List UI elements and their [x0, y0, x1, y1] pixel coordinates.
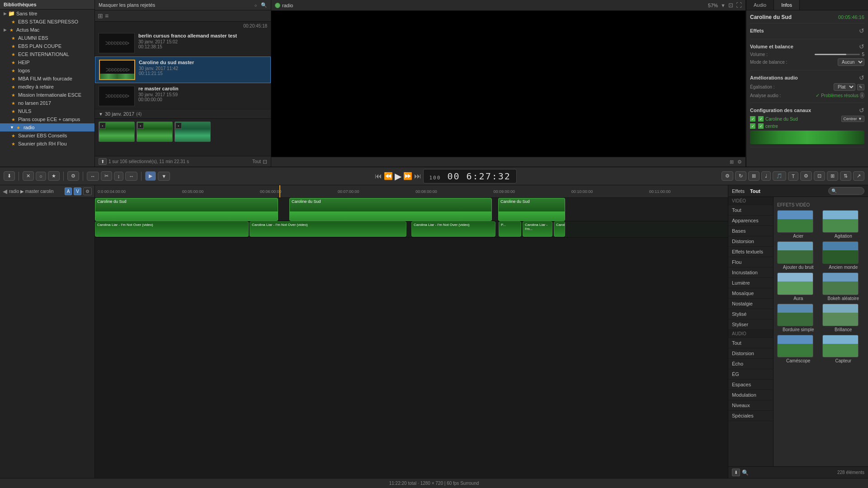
preview-grid-btn[interactable]: ⊞ — [730, 159, 734, 165]
audio-cat-eg[interactable]: ÉG — [728, 369, 773, 380]
tools-right-btn10[interactable]: ⇅ — [840, 171, 851, 181]
library-item-mba[interactable]: ★ MBA FILM with fourcade — [0, 75, 94, 83]
timeline-video-btn[interactable]: V — [74, 188, 81, 195]
library-item-nuls[interactable]: ★ NULS — [0, 107, 94, 115]
rating-reject-btn[interactable]: ✕ — [23, 171, 34, 181]
tools-right-btn7[interactable]: ⚙ — [800, 171, 812, 181]
effects-tab-tout[interactable]: Tout — [748, 188, 762, 195]
audio-clip-1[interactable]: Carolina Liar - I'm Not Over (video) — [95, 221, 249, 237]
effect-bokeh[interactable]: Bokeh aléatoire — [822, 272, 865, 301]
fullscreen-btn[interactable]: ⛶ — [736, 2, 742, 9]
channel-1-assign[interactable]: Centrer ▼ — [841, 116, 864, 122]
preview-settings-btn[interactable]: ⚙ — [737, 159, 742, 165]
effect-acier[interactable]: Acier — [777, 210, 820, 239]
library-item-heip[interactable]: ★ HEIP — [0, 58, 94, 66]
timeline-settings-btn[interactable]: ⚙ — [83, 188, 92, 195]
tools-right-btn5[interactable]: 🎵 — [773, 171, 786, 181]
audio-cat-speciales[interactable]: Spéciales — [728, 411, 773, 421]
tool-dropdown-btn[interactable]: ▼ — [158, 172, 170, 181]
library-item-logos[interactable]: ★ logos — [0, 66, 94, 75]
zoom-dropdown-btn[interactable]: ▼ — [721, 3, 726, 8]
library-item-medley[interactable]: ★ medley à refaire — [0, 83, 94, 91]
position-btn[interactable]: ↕ — [114, 172, 124, 181]
rating-none-btn[interactable]: ○ — [36, 172, 46, 181]
audio-clip-2[interactable]: Carolina Liar - I'm Not Over (video) — [250, 221, 406, 237]
video-cat-lumiere[interactable]: Lumière — [728, 278, 773, 288]
tools-right-btn2[interactable]: ↻ — [735, 171, 746, 181]
effects-search-footer-btn[interactable]: 🔍 — [742, 469, 749, 476]
playback-end-btn[interactable]: ⏭ — [414, 172, 421, 180]
playback-prev-btn[interactable]: ⏪ — [384, 172, 393, 180]
video-cat-apparences[interactable]: Apparences — [728, 216, 773, 226]
video-cat-flou[interactable]: Flou — [728, 257, 773, 267]
filmstrip-thumb-1[interactable]: ▪ — [99, 122, 135, 142]
view-toggle-btn[interactable]: ⊡ — [263, 159, 267, 165]
egalisation-dropdown[interactable]: Plat — [834, 83, 855, 91]
effect-ancien-monde[interactable]: Ancien monde — [822, 241, 865, 270]
library-item-sans-titre[interactable]: ▶ 📁 Sans titre — [0, 9, 94, 18]
canaux-reset-btn[interactable]: ↺ — [859, 107, 864, 114]
playback-play-btn[interactable]: ▶ — [395, 171, 401, 182]
tools-right-btn9[interactable]: ⊞ — [827, 171, 838, 181]
analyse-info-btn[interactable]: i — [860, 92, 864, 99]
library-item-actus-mac[interactable]: ▶ ★ Actus Mac — [0, 26, 94, 34]
video-cat-nostalgie[interactable]: Nostalgie — [728, 299, 773, 309]
library-item-radio[interactable]: ▼ ★ radio — [0, 123, 94, 131]
audio-cat-niveaux[interactable]: Niveaux — [728, 400, 773, 411]
channel-1-checkbox[interactable]: ✓ — [750, 116, 755, 122]
tab-infos[interactable]: Infos — [774, 0, 800, 10]
library-item-no-larsen[interactable]: ★ no larsen 2017 — [0, 99, 94, 107]
audio-clip-4[interactable]: P... — [499, 221, 521, 237]
effect-brillance[interactable]: Brillance — [822, 304, 865, 332]
video-cat-mosaique[interactable]: Mosaïque — [728, 288, 773, 299]
audio-cat-espaces[interactable]: Espaces — [728, 380, 773, 390]
ameliorations-reset-btn[interactable]: ↺ — [859, 74, 864, 81]
effects-install-btn[interactable]: ⬇ — [732, 469, 740, 476]
tab-audio[interactable]: Audio — [746, 0, 774, 10]
search-icon[interactable]: 🔍 — [261, 2, 267, 8]
channel-2-checkbox[interactable]: ✓ — [750, 123, 755, 129]
date-group-arrow[interactable]: ▼ — [99, 112, 103, 117]
filter-dropdown-icon[interactable]: ⬦ — [254, 2, 257, 8]
video-cat-textuels[interactable]: Effets textuels — [728, 247, 773, 257]
video-cat-incrustation[interactable]: Incrustation — [728, 267, 773, 278]
audio-clip-5[interactable]: Carolina Liar - I'm... — [523, 221, 552, 237]
volume-reset-btn[interactable]: ↺ — [859, 43, 864, 50]
audio-cat-modulation[interactable]: Modulation — [728, 390, 773, 400]
share-btn[interactable]: ↗ — [853, 171, 864, 181]
audio-cat-echo[interactable]: Écho — [728, 359, 773, 369]
clip-settings-btn[interactable]: ⚙ — [67, 171, 79, 181]
library-item-plans-coupe[interactable]: ★ Plans coupe ECE + campus — [0, 115, 94, 123]
effect-capteur[interactable]: Capteur — [822, 335, 865, 363]
egalisation-edit-btn[interactable]: ✎ — [857, 84, 864, 90]
library-item-ebs-plan[interactable]: ★ EBS PLAN COUPE — [0, 42, 94, 50]
tools-right-btn4[interactable]: ♩ — [761, 171, 771, 181]
transform-btn[interactable]: ↔ — [87, 172, 99, 181]
zoom-fit-btn[interactable]: ⊡ — [728, 2, 733, 9]
library-item-ece[interactable]: ★ ECE INTERNATIONAL — [0, 50, 94, 58]
volume-slider[interactable]: 5 — [815, 52, 864, 57]
video-clip-1[interactable]: Caroline du Sud — [95, 198, 278, 221]
video-cat-distorsion[interactable]: Distorsion — [728, 236, 773, 247]
clip-item-berlin[interactable]: >>>>>>>> berlin cursus franco allemand m… — [95, 30, 271, 56]
filmstrip-thumb-2[interactable]: ▪ — [137, 122, 173, 142]
effect-borduire[interactable]: Borduire simple — [777, 304, 820, 332]
effets-reset-btn[interactable]: ↺ — [859, 27, 864, 34]
video-clip-3[interactable]: Caroline du Sud — [498, 198, 565, 221]
video-cat-tout[interactable]: Tout — [728, 205, 773, 216]
effect-ajouter-bruit[interactable]: Ajouter du bruit — [777, 241, 820, 270]
trim-btn[interactable]: ✂ — [101, 171, 112, 181]
import-button[interactable]: ⬆ — [99, 158, 107, 165]
rating-fav-btn[interactable]: ★ — [48, 171, 60, 181]
effect-agitation[interactable]: Agitation — [822, 210, 865, 239]
audio-cat-tout[interactable]: Tout — [728, 338, 773, 348]
audio-clip-3[interactable]: Carolina Liar - I'm Not Over (video) — [411, 221, 495, 237]
tools-right-btn8[interactable]: ⊡ — [814, 171, 825, 181]
audio-cat-distorsion[interactable]: Distorsion — [728, 348, 773, 359]
range-btn[interactable]: ↔ — [125, 172, 137, 181]
mode-balance-dropdown[interactable]: Aucun — [838, 58, 864, 66]
library-item-alumni[interactable]: ★ ALUMNI EBS — [0, 34, 94, 42]
effects-search-input[interactable] — [828, 187, 864, 195]
import-toolbar-btn[interactable]: ⬇ — [4, 171, 15, 181]
library-item-saunier-ebs[interactable]: ★ Saunier EBS Conseils — [0, 131, 94, 140]
